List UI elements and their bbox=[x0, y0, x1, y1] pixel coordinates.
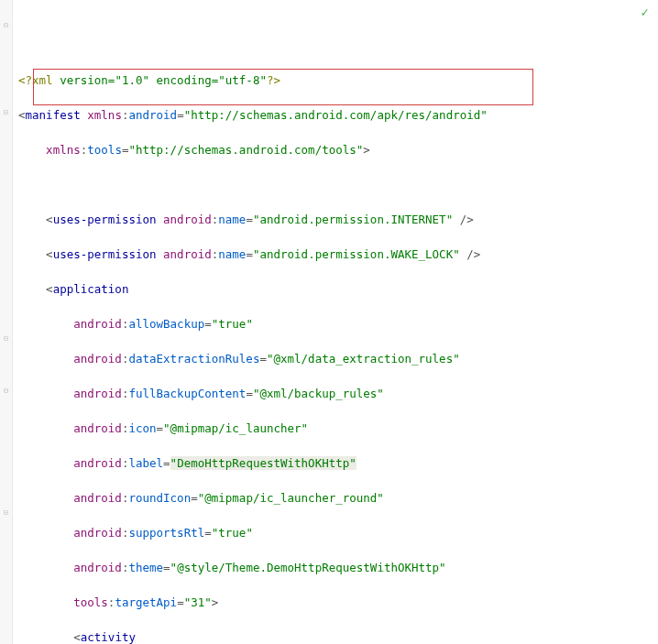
activity-tag: activity bbox=[81, 630, 136, 644]
fold-toggle-icon[interactable]: ⊟ bbox=[2, 21, 10, 29]
fold-toggle-icon[interactable]: ⊟ bbox=[2, 387, 10, 395]
xml-decl-open: <? bbox=[18, 73, 32, 87]
xml-decl-attrs: version="1.0" encoding="utf-8" bbox=[60, 73, 267, 87]
gutter: ⊟ ⊟ ⊟ ⊟ ⊟ bbox=[0, 0, 13, 644]
analysis-ok-icon[interactable]: ✓ bbox=[642, 4, 649, 21]
fold-toggle-icon[interactable]: ⊟ bbox=[2, 334, 10, 343]
code-editor[interactable]: ⊟ ⊟ ⊟ ⊟ ⊟ ✓ <?xml version="1.0" encoding… bbox=[0, 0, 658, 644]
xml-decl-close: ?> bbox=[267, 73, 280, 87]
manifest-tag: manifest bbox=[26, 108, 81, 122]
xml-decl-name: xml bbox=[32, 73, 53, 87]
code-area[interactable]: ✓ <?xml version="1.0" encoding="utf-8"?>… bbox=[13, 0, 658, 644]
application-tag: application bbox=[53, 282, 129, 296]
uses-permission-tag: uses-permission bbox=[53, 247, 157, 261]
fold-toggle-icon[interactable]: ⊟ bbox=[2, 108, 10, 116]
uses-permission-tag: uses-permission bbox=[53, 213, 157, 226]
fold-toggle-icon[interactable]: ⊟ bbox=[2, 508, 10, 517]
